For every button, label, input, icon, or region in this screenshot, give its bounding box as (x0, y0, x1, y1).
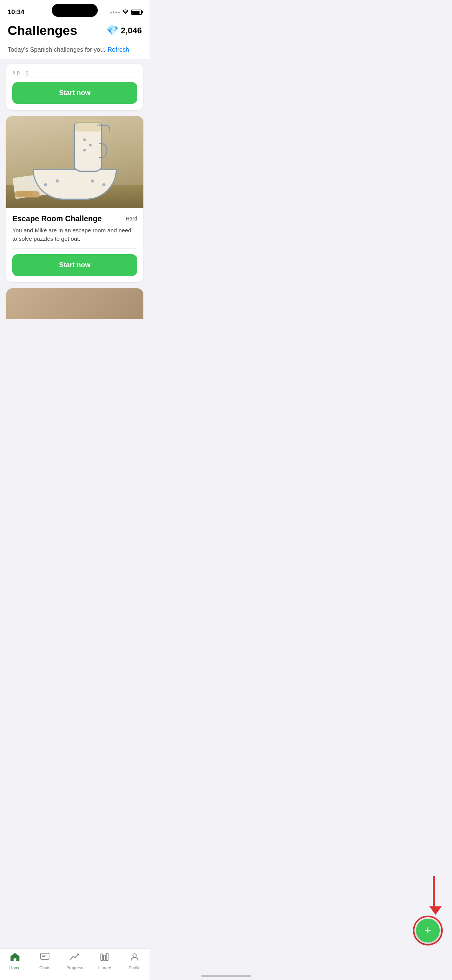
card-header-row: Escape Room Challenge Hard (12, 214, 137, 223)
start-now-button-2[interactable]: Start now (12, 254, 137, 276)
challenge-card-escape-room: Escape Room Challenge Hard You and Mike … (6, 116, 143, 282)
subtitle-text: Today's Spanish challenges for you. (8, 46, 105, 53)
challenge-image (6, 116, 143, 208)
dynamic-island (52, 4, 98, 17)
svg-point-0 (125, 13, 126, 14)
status-icons (110, 9, 142, 15)
page-header: Challenges 💎 2,046 (0, 19, 150, 44)
card-content: Escape Room Challenge Hard You and Mike … (6, 208, 143, 276)
subtitle-bar: Today's Spanish challenges for you. Refr… (0, 44, 150, 59)
pitcher-scene (6, 116, 143, 208)
partial-bottom-card (6, 288, 143, 319)
signal-icon (110, 11, 120, 13)
refresh-button[interactable]: Refresh (108, 46, 129, 53)
challenge-card-partial: a p... g.. Start now (6, 64, 143, 110)
partial-bottom-image (6, 288, 143, 319)
gems-badge: 💎 2,046 (106, 25, 142, 36)
status-time: 10:34 (8, 8, 24, 16)
battery-icon (131, 10, 142, 15)
difficulty-badge: Hard (126, 214, 137, 222)
gems-count: 2,046 (121, 26, 142, 36)
partial-card-top-text: a p... g.. (6, 64, 143, 77)
card-description: You and Mike are in an escape room and n… (12, 226, 137, 249)
card-title: Escape Room Challenge (12, 214, 126, 223)
gem-icon: 💎 (106, 25, 118, 36)
wifi-icon (122, 9, 129, 15)
scroll-content: a p... g.. Start now (0, 59, 150, 354)
start-now-button-1[interactable]: Start now (12, 82, 137, 104)
status-bar: 10:34 (0, 0, 150, 19)
page-title: Challenges (8, 23, 77, 38)
